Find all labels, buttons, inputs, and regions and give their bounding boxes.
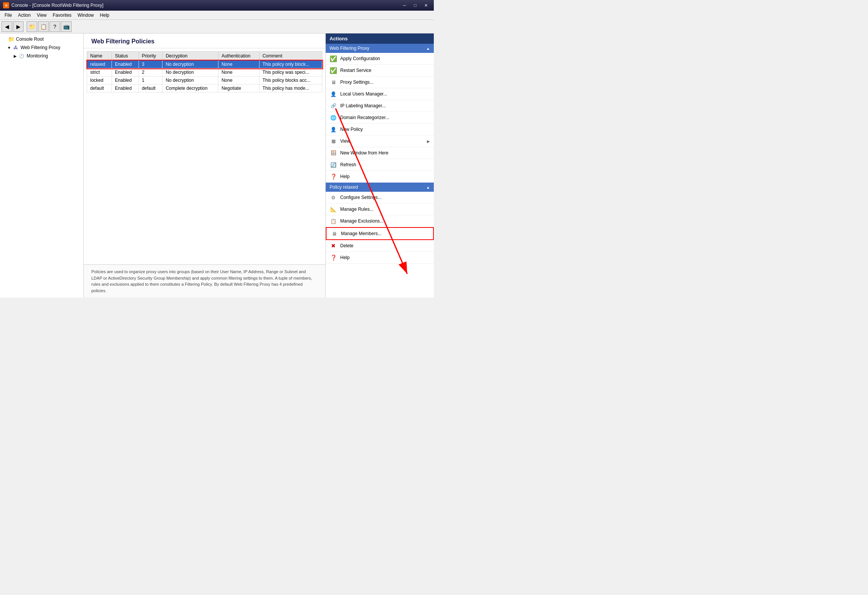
open-button[interactable]: 📁	[27, 21, 37, 32]
action-manage-members[interactable]: 🖥 Manage Members...	[326, 227, 434, 240]
sidebar: 📁 Console Root ▼ 🖧 Web Filtering Proxy ▶…	[0, 33, 84, 298]
help-icon-2: ❓	[330, 254, 337, 261]
members-icon: 🖥	[330, 230, 338, 237]
table-cell: None	[218, 68, 260, 76]
window-icon: 🪟	[330, 149, 337, 157]
action-new-window[interactable]: 🪟 New Window from Here	[326, 147, 434, 159]
sidebar-item-web-filtering-proxy[interactable]: ▼ 🖧 Web Filtering Proxy	[0, 43, 83, 52]
col-authentication: Authentication	[218, 52, 260, 60]
section-1-header: Web Filtering Proxy	[330, 46, 369, 51]
user-icon: 👤	[330, 90, 337, 98]
person-icon: 👤	[330, 126, 337, 133]
action-manage-rules[interactable]: 📐 Manage Rules...	[326, 204, 434, 215]
close-button[interactable]: ✕	[421, 2, 431, 9]
table-cell: This policy has mode...	[259, 84, 322, 92]
menu-bar: File Action View Favorites Window Help	[0, 11, 434, 20]
window-controls[interactable]: ─ □ ✕	[400, 2, 431, 9]
view-button[interactable]: 📺	[61, 21, 72, 32]
minimize-button[interactable]: ─	[400, 2, 409, 9]
action-manage-exclusions[interactable]: 📋 Manage Exclusions...	[326, 215, 434, 227]
table-row[interactable]: lockedEnabled1No decryptionNoneThis poli…	[87, 76, 322, 84]
sidebar-item-console-root[interactable]: 📁 Console Root	[0, 35, 83, 43]
table-cell: Enabled	[112, 60, 139, 68]
action-proxy-settings[interactable]: 🖥 Proxy Settings...	[326, 76, 434, 88]
settings-icon: ⚙	[330, 194, 337, 201]
action-new-policy[interactable]: 👤 New Policy	[326, 124, 434, 135]
col-name: Name	[87, 52, 112, 60]
table-cell: This policy only block...	[259, 60, 322, 68]
table-cell: relaxed	[87, 60, 112, 68]
help-toolbar-button[interactable]: ?	[49, 21, 60, 32]
maximize-button[interactable]: □	[410, 2, 420, 9]
app-icon: 🖥	[3, 2, 9, 8]
action-apply-config[interactable]: ✅ Apply Configuration	[326, 53, 434, 65]
page-title: Web Filtering Policies	[91, 38, 318, 45]
table-cell: strict	[87, 68, 112, 76]
table-cell: No decryption	[162, 76, 218, 84]
content-footer: Policies are used to organize proxy user…	[84, 264, 325, 298]
actions-section-policy-relaxed[interactable]: Policy relaxed ▲	[326, 183, 434, 192]
action-refresh[interactable]: 🔄 Refresh	[326, 159, 434, 171]
table-row[interactable]: relaxedEnabled3No decryptionNoneThis pol…	[87, 60, 322, 68]
table-cell: This policy blocks acc...	[259, 76, 322, 84]
table-cell: Negotiate	[218, 84, 260, 92]
action-ip-labeling[interactable]: 🔗 IP Labeling Manager...	[326, 100, 434, 112]
sidebar-item-monitoring[interactable]: ▶ 🕐 Monitoring	[0, 52, 83, 60]
forward-button[interactable]: ▶	[13, 21, 24, 32]
toolbar: ◀ ▶ 📁 📋 ? 📺	[0, 20, 434, 33]
copy-button[interactable]: 📋	[38, 21, 49, 32]
table-cell: default	[87, 84, 112, 92]
screen-icon: 🖥	[330, 78, 337, 86]
table-cell: locked	[87, 76, 112, 84]
folder-icon: 📁	[8, 36, 14, 43]
network-icon: 🔗	[330, 102, 337, 110]
action-configure-settings[interactable]: ⚙ Configure Settings...	[326, 192, 434, 204]
table-row[interactable]: defaultEnableddefaultComplete decryption…	[87, 84, 322, 92]
title-bar-title: Console - [Console Root\Web Filtering Pr…	[11, 3, 104, 8]
table-cell: 2	[139, 68, 162, 76]
col-priority: Priority	[139, 52, 162, 60]
action-domain-recategorizer[interactable]: 🌐 Domain Recategorizer...	[326, 112, 434, 124]
table-cell: default	[139, 84, 162, 92]
table-cell: Complete decryption	[162, 84, 218, 92]
action-restart-service[interactable]: ✅ Restart Service	[326, 65, 434, 76]
table-cell: No decryption	[162, 68, 218, 76]
content-header: Web Filtering Policies	[84, 33, 325, 48]
chevron-up-icon-2: ▲	[426, 185, 430, 189]
col-comment: Comment	[259, 52, 322, 60]
green-check-icon: ✅	[330, 67, 337, 74]
action-help-1[interactable]: ❓ Help	[326, 171, 434, 183]
table-cell: This policy was speci...	[259, 68, 322, 76]
menu-help[interactable]: Help	[97, 12, 113, 19]
action-local-users[interactable]: 👤 Local Users Manager...	[326, 88, 434, 100]
action-help-2[interactable]: ❓ Help	[326, 252, 434, 264]
table-cell: None	[218, 60, 260, 68]
col-decryption: Decryption	[162, 52, 218, 60]
section-2-header: Policy relaxed	[330, 185, 358, 190]
submenu-arrow-icon: ▶	[427, 139, 430, 143]
expand-icon: ▶	[12, 54, 18, 58]
rules-icon: 📐	[330, 205, 337, 213]
chevron-up-icon: ▲	[426, 46, 430, 51]
menu-file[interactable]: File	[2, 12, 15, 19]
menu-action[interactable]: Action	[15, 12, 33, 19]
action-view[interactable]: ▦ View ▶	[326, 135, 434, 147]
menu-window[interactable]: Window	[75, 12, 97, 19]
clock-icon: 🕐	[18, 52, 25, 59]
exclusions-icon: 📋	[330, 217, 337, 225]
footer-text: Policies are used to organize proxy user…	[91, 269, 312, 293]
refresh-icon: 🔄	[330, 161, 337, 169]
green-check-icon: ✅	[330, 55, 337, 62]
table-cell: 1	[139, 76, 162, 84]
expand-icon: ▼	[6, 46, 12, 50]
title-bar: 🖥 Console - [Console Root\Web Filtering …	[0, 0, 434, 11]
table-cell: No decryption	[162, 60, 218, 68]
actions-section-web-filtering[interactable]: Web Filtering Proxy ▲	[326, 44, 434, 53]
menu-view[interactable]: View	[34, 12, 50, 19]
table-row[interactable]: strictEnabled2No decryptionNoneThis poli…	[87, 68, 322, 76]
menu-favorites[interactable]: Favorites	[50, 12, 75, 19]
view-icon: ▦	[330, 137, 337, 145]
table-cell: None	[218, 76, 260, 84]
action-delete[interactable]: ✖ Delete	[326, 240, 434, 252]
back-button[interactable]: ◀	[2, 21, 12, 32]
